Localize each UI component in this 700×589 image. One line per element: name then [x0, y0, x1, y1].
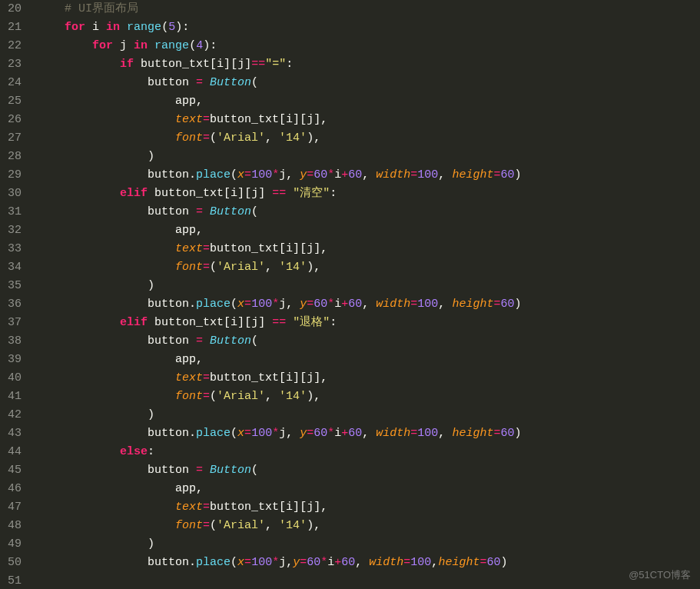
code-line: elif button_txt[i][j] == "退格":: [37, 314, 700, 332]
line-number: 48: [0, 517, 22, 535]
code-line: font=('Arial', '14'),: [37, 258, 700, 277]
code-line: [37, 572, 700, 589]
line-number: 29: [0, 166, 22, 185]
code-line: font=('Arial', '14'),: [37, 129, 700, 148]
code-line: elif button_txt[i][j] == "清空":: [37, 185, 700, 203]
line-number: 20: [0, 0, 22, 18]
line-number: 26: [0, 111, 22, 129]
line-number: 46: [0, 480, 22, 498]
code-line: app,: [37, 480, 700, 498]
line-number: 44: [0, 443, 22, 461]
line-number: 31: [0, 203, 22, 221]
line-number: 36: [0, 295, 22, 314]
line-number: 21: [0, 18, 22, 37]
code-line: app,: [37, 221, 700, 240]
code-line: button.place(x=100*j, y=60*i+60, width=1…: [37, 424, 700, 443]
line-number: 50: [0, 554, 22, 572]
code-line: else:: [37, 443, 700, 461]
line-number: 43: [0, 424, 22, 443]
line-number: 24: [0, 74, 22, 92]
code-line: font=('Arial', '14'),: [37, 388, 700, 406]
line-number: 35: [0, 277, 22, 295]
code-line: ): [37, 277, 700, 295]
line-number: 37: [0, 314, 22, 332]
code-line: button.place(x=100*j,y=60*i+60, width=10…: [37, 554, 700, 572]
code-line: text=button_txt[i][j],: [37, 498, 700, 517]
code-line: text=button_txt[i][j],: [37, 369, 700, 388]
code-line: ): [37, 148, 700, 166]
line-number: 45: [0, 461, 22, 480]
line-number: 40: [0, 369, 22, 388]
code-line: app,: [37, 351, 700, 369]
code-line: for j in range(4):: [37, 37, 700, 55]
code-line: app,: [37, 92, 700, 111]
line-number: 33: [0, 240, 22, 258]
line-number: 38: [0, 332, 22, 351]
code-line: button = Button(: [37, 203, 700, 221]
line-number: 51: [0, 572, 22, 589]
code-line: for i in range(5):: [37, 18, 700, 37]
line-number: 47: [0, 498, 22, 517]
code-editor: 2021222324252627282930313233343536373839…: [0, 0, 700, 589]
line-gutter: 2021222324252627282930313233343536373839…: [0, 0, 31, 589]
code-line: if button_txt[i][j]=="=":: [37, 55, 700, 74]
line-number: 25: [0, 92, 22, 111]
line-number: 28: [0, 148, 22, 166]
code-line: ): [37, 406, 700, 424]
code-line: button.place(x=100*j, y=60*i+60, width=1…: [37, 166, 700, 185]
code-line: # UI界面布局: [37, 0, 700, 18]
code-line: button = Button(: [37, 332, 700, 351]
line-number: 42: [0, 406, 22, 424]
line-number: 23: [0, 55, 22, 74]
line-number: 22: [0, 37, 22, 55]
code-line: button = Button(: [37, 74, 700, 92]
line-number: 30: [0, 185, 22, 203]
line-number: 27: [0, 129, 22, 148]
line-number: 32: [0, 221, 22, 240]
line-number: 49: [0, 535, 22, 554]
code-line: text=button_txt[i][j],: [37, 240, 700, 258]
code-line: font=('Arial', '14'),: [37, 517, 700, 535]
line-number: 39: [0, 351, 22, 369]
code-line: button = Button(: [37, 461, 700, 480]
code-line: text=button_txt[i][j],: [37, 111, 700, 129]
line-number: 41: [0, 388, 22, 406]
line-number: 34: [0, 258, 22, 277]
code-area[interactable]: # UI界面布局 for i in range(5): for j in ran…: [31, 0, 700, 589]
code-line: ): [37, 535, 700, 554]
watermark: @51CTO博客: [629, 566, 691, 584]
code-line: button.place(x=100*j, y=60*i+60, width=1…: [37, 295, 700, 314]
